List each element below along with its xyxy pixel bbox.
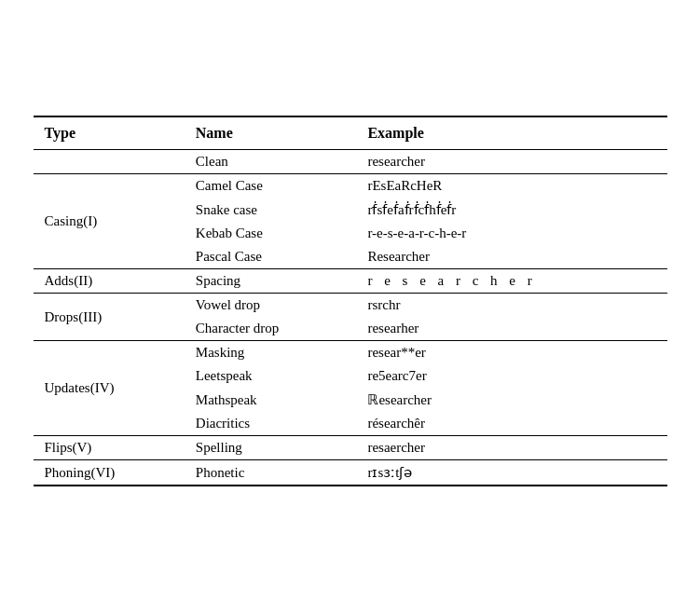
type-cell: Phoning(VI)	[34, 460, 185, 486]
table-row: Phoning(VI)Phoneticrɪsɜːtʃə	[34, 460, 667, 486]
example-cell: rḟsḟeḟaḟrḟcḟhḟeḟr	[356, 198, 666, 222]
name-cell: Pascal Case	[185, 245, 357, 269]
name-cell: Camel Case	[185, 174, 357, 198]
table-container: Type Name Example CleanresearcherCasing(…	[34, 116, 667, 486]
example-cell: résearchêr	[356, 412, 666, 436]
col-header-name: Name	[185, 116, 357, 150]
name-cell: Leetspeak	[185, 364, 357, 388]
name-cell: Diacritics	[185, 412, 357, 436]
col-header-example: Example	[356, 116, 666, 150]
example-cell: researher	[356, 317, 666, 341]
name-cell: Phonetic	[185, 460, 357, 486]
example-cell: researcher	[356, 150, 666, 174]
name-cell: Vowel drop	[185, 294, 357, 318]
name-cell: Clean	[185, 150, 357, 174]
example-cell: re5earc7er	[356, 364, 666, 388]
name-cell: Snake case	[185, 198, 357, 222]
type-cell: Flips(V)	[34, 436, 185, 460]
type-cell	[34, 150, 185, 174]
col-header-type: Type	[34, 116, 185, 150]
name-cell: Kebab Case	[185, 222, 357, 245]
table-row: Flips(V)Spellingresaercher	[34, 436, 667, 460]
table-row: Cleanresearcher	[34, 150, 667, 174]
table-row: Casing(I)Camel CaserEsEaRcHeR	[34, 174, 667, 198]
type-cell: Adds(II)	[34, 269, 185, 294]
name-cell: Character drop	[185, 317, 357, 341]
type-cell: Drops(III)	[34, 294, 185, 341]
example-cell: resaercher	[356, 436, 666, 460]
example-cell: r e s e a r c h e r	[356, 269, 666, 294]
name-cell: Masking	[185, 341, 357, 365]
type-cell: Casing(I)	[34, 174, 185, 269]
name-cell: Spelling	[185, 436, 357, 460]
name-cell: Mathspeak	[185, 388, 357, 412]
name-cell: Spacing	[185, 269, 357, 294]
example-cell: r-e-s-e-a-r-c-h-e-r	[356, 222, 666, 245]
example-cell: Researcher	[356, 245, 666, 269]
type-cell: Updates(IV)	[34, 341, 185, 436]
example-cell: resear**er	[356, 341, 666, 365]
table-row: Adds(II)Spacingr e s e a r c h e r	[34, 269, 667, 294]
example-cell: rsrchr	[356, 294, 666, 318]
data-table: Type Name Example CleanresearcherCasing(…	[34, 116, 667, 486]
table-row: Updates(IV)Maskingresear**er	[34, 341, 667, 365]
example-cell: ℝesearcher	[356, 388, 666, 412]
example-cell: rɪsɜːtʃə	[356, 460, 666, 486]
example-cell: rEsEaRcHeR	[356, 174, 666, 198]
table-row: Drops(III)Vowel droprsrchr	[34, 294, 667, 318]
